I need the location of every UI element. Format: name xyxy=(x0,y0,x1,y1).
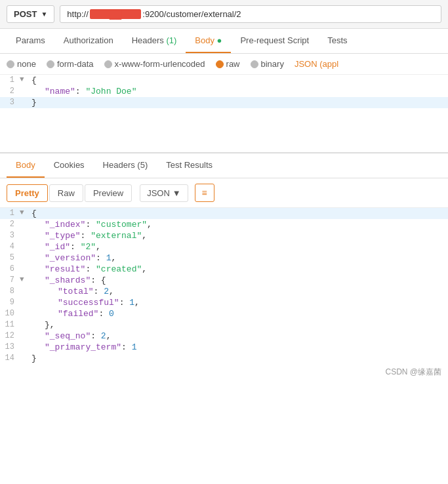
option-urlencoded-label: x-www-form-urlencoded xyxy=(115,59,205,69)
resp-content-10: "failed": 0 xyxy=(29,309,448,319)
req-toggle-1[interactable]: ▼ xyxy=(20,75,29,83)
resp-line-4: 4 "_id": "2", xyxy=(0,241,448,252)
resp-content-1: { xyxy=(29,209,448,218)
option-urlencoded[interactable]: x-www-form-urlencoded xyxy=(104,59,205,69)
format-label: JSON xyxy=(147,188,170,198)
tab-params[interactable]: Params xyxy=(7,29,54,53)
radio-raw xyxy=(216,60,224,68)
resp-content-13: "_primary_term": 1 xyxy=(29,342,448,352)
resp-content-5: "_version": 1, xyxy=(29,253,448,263)
radio-urlencoded xyxy=(104,60,112,68)
resp-headers-badge: (5) xyxy=(137,160,148,170)
url-prefix: http:// xyxy=(67,9,89,19)
req-line-2: 2 "name": "John Doe" xyxy=(0,86,448,97)
resp-content-14: } xyxy=(29,353,448,363)
resp-content-9: "successful": 1, xyxy=(29,298,448,308)
req-linenum-1: 1 xyxy=(0,75,20,85)
req-toggle-3 xyxy=(20,98,29,106)
req-content-2: "name": "John Doe" xyxy=(29,87,448,96)
format-chevron-icon: ▼ xyxy=(173,188,181,198)
resp-content-4: "_id": "2", xyxy=(29,242,448,252)
response-body-code: 1 ▼ { 2 "_index": "customer", 3 "_type":… xyxy=(0,208,448,364)
request-tabs: Params Authorization Headers (1) Body ● … xyxy=(0,29,448,54)
option-raw[interactable]: raw xyxy=(216,59,240,69)
req-line-1: 1 ▼ { xyxy=(0,75,448,86)
json-type-label: JSON (appl xyxy=(295,59,338,69)
resp-line-6: 6 "result": "created", xyxy=(0,264,448,275)
tab-headers[interactable]: Headers (1) xyxy=(123,29,186,53)
option-binary[interactable]: binary xyxy=(251,59,284,69)
req-linenum-3: 3 xyxy=(0,98,20,107)
url-input[interactable]: http:// ██ :9200/customer/external/2 xyxy=(60,5,441,23)
resp-line-3: 3 "_type": "external", xyxy=(0,230,448,241)
url-bar: POST ▼ http:// ██ :9200/customer/externa… xyxy=(0,0,448,29)
radio-none xyxy=(7,60,14,68)
resp-line-5: 5 "_version": 1, xyxy=(0,252,448,264)
response-section: Body Cookies Headers (5) Test Results Pr… xyxy=(0,153,448,380)
tab-authorization[interactable]: Authorization xyxy=(54,29,123,53)
resp-content-12: "_seq_no": 2, xyxy=(29,331,448,341)
resp-line-7: 7 ▼ "_shards": { xyxy=(0,275,448,286)
wrap-button[interactable]: ≡ xyxy=(195,184,214,202)
resp-content-7: "_shards": { xyxy=(29,275,448,285)
url-redacted: ██ xyxy=(90,9,141,19)
option-form-data[interactable]: form-data xyxy=(47,59,94,69)
resp-toggle-7[interactable]: ▼ xyxy=(20,275,29,283)
wrap-icon: ≡ xyxy=(202,188,207,198)
req-content-1: { xyxy=(29,75,448,85)
radio-form-data xyxy=(47,60,54,68)
headers-badge: (1) xyxy=(166,35,176,45)
resp-content-3: "_type": "external", xyxy=(29,231,448,241)
resp-tab-test-results[interactable]: Test Results xyxy=(157,153,222,178)
option-binary-label: binary xyxy=(261,59,284,69)
option-none[interactable]: none xyxy=(7,59,36,69)
response-toolbar: Pretty Raw Preview JSON ▼ ≡ xyxy=(0,178,448,208)
resp-line-10: 10 "failed": 0 xyxy=(0,308,448,319)
tab-tests[interactable]: Tests xyxy=(318,29,356,53)
body-options: none form-data x-www-form-urlencoded raw… xyxy=(0,54,448,75)
tab-body[interactable]: Body ● xyxy=(186,29,231,53)
resp-line-12: 12 "_seq_no": 2, xyxy=(0,331,448,342)
option-none-label: none xyxy=(17,59,36,69)
resp-line-8: 8 "total": 2, xyxy=(0,286,448,297)
resp-line-13: 13 "_primary_term": 1 xyxy=(0,342,448,353)
resp-tab-headers[interactable]: Headers (5) xyxy=(94,153,157,178)
method-select[interactable]: POST ▼ xyxy=(7,5,54,23)
method-chevron-icon: ▼ xyxy=(41,10,47,18)
raw-button[interactable]: Raw xyxy=(49,184,83,202)
url-suffix: :9200/customer/external/2 xyxy=(142,9,241,19)
resp-content-8: "total": 2, xyxy=(29,287,448,296)
req-linenum-2: 2 xyxy=(0,87,20,96)
req-content-3: } xyxy=(29,98,448,108)
method-label: POST xyxy=(14,9,37,19)
request-body-editor[interactable]: 1 ▼ { 2 "name": "John Doe" 3 } xyxy=(0,75,448,153)
req-toggle-2 xyxy=(20,87,29,94)
resp-content-11: }, xyxy=(29,320,448,330)
option-raw-label: raw xyxy=(226,59,240,69)
response-tabs: Body Cookies Headers (5) Test Results xyxy=(0,153,448,178)
resp-line-11: 11 }, xyxy=(0,319,448,331)
resp-line-2: 2 "_index": "customer", xyxy=(0,219,448,230)
watermark: CSDN @缘嘉菌 xyxy=(0,364,448,380)
resp-tab-body[interactable]: Body xyxy=(7,153,45,178)
req-line-3: 3 } xyxy=(0,97,448,108)
resp-content-6: "result": "created", xyxy=(29,264,448,274)
body-dot-badge: ● xyxy=(217,35,222,45)
option-form-data-label: form-data xyxy=(57,59,94,69)
resp-toggle-1[interactable]: ▼ xyxy=(20,209,29,216)
resp-tab-cookies[interactable]: Cookies xyxy=(45,153,94,178)
tab-pre-request[interactable]: Pre-request Script xyxy=(231,29,318,53)
format-select[interactable]: JSON ▼ xyxy=(140,184,188,202)
pretty-button[interactable]: Pretty xyxy=(7,184,48,202)
watermark-text: CSDN @缘嘉菌 xyxy=(385,367,441,376)
radio-binary xyxy=(251,60,258,68)
resp-content-2: "_index": "customer", xyxy=(29,220,448,230)
resp-line-1: 1 ▼ { xyxy=(0,208,448,219)
preview-button[interactable]: Preview xyxy=(85,184,132,202)
resp-line-14: 14 } xyxy=(0,353,448,364)
resp-line-9: 9 "successful": 1, xyxy=(0,297,448,308)
